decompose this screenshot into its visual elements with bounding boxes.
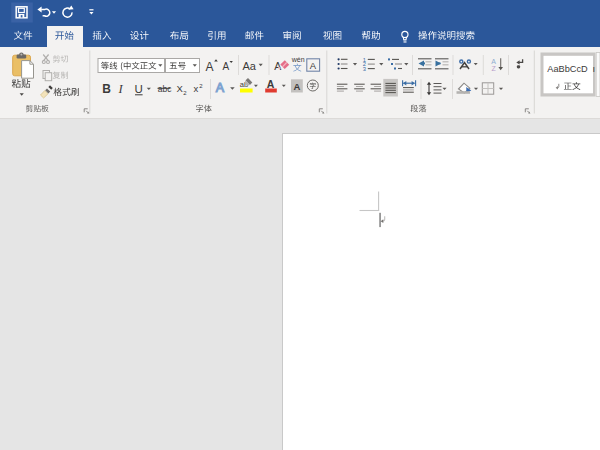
svg-text:A: A bbox=[274, 60, 281, 72]
svg-text:ı: ı bbox=[593, 64, 596, 74]
svg-text:3: 3 bbox=[363, 66, 366, 72]
svg-text:A: A bbox=[223, 61, 230, 72]
svg-text:AaBbCcD: AaBbCcD bbox=[547, 64, 588, 74]
svg-text:A: A bbox=[310, 60, 317, 71]
svg-text:A: A bbox=[216, 81, 225, 95]
svg-text:x: x bbox=[194, 83, 199, 94]
svg-text:A: A bbox=[267, 78, 275, 90]
svg-text:U: U bbox=[135, 83, 143, 95]
svg-text:A: A bbox=[491, 58, 496, 65]
svg-text:B: B bbox=[102, 82, 111, 96]
svg-text:wén: wén bbox=[291, 56, 305, 63]
svg-text:Aa: Aa bbox=[243, 60, 257, 72]
svg-text:2: 2 bbox=[199, 83, 203, 89]
svg-text:A: A bbox=[206, 60, 214, 74]
svg-text:A: A bbox=[294, 81, 301, 92]
svg-text:2: 2 bbox=[183, 90, 187, 96]
svg-text:Z: Z bbox=[492, 65, 497, 72]
svg-text:I: I bbox=[117, 82, 123, 96]
